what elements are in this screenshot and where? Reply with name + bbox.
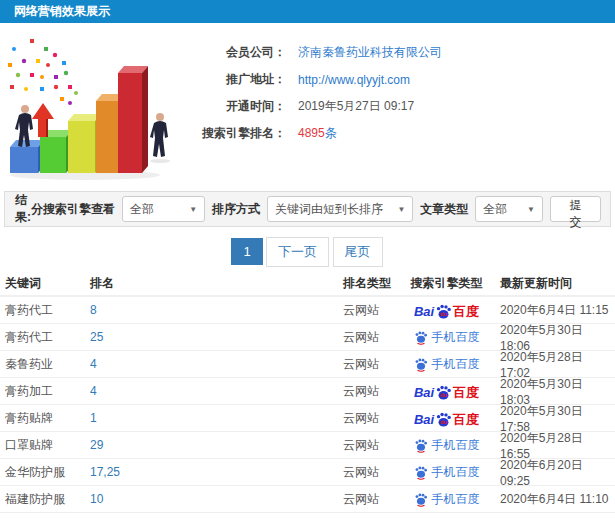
baidu-logo-bai-text: Bai — [414, 386, 434, 399]
rank-link[interactable]: 4 — [90, 384, 97, 398]
rank-count-label: 搜索引擎排名： — [178, 125, 286, 142]
rank-link[interactable]: 29 — [90, 438, 103, 452]
rank-type-cell: 云网站 — [338, 329, 398, 346]
baidu-mobile-label: 手机百度 — [432, 437, 480, 454]
table-rows: 膏药代工8云网站Baidu百度2020年6月4日 11:15膏药代工25云网站手… — [0, 297, 615, 520]
baidu-mobile-label: 手机百度 — [432, 356, 480, 373]
engine-cell: 手机百度 — [398, 437, 495, 454]
rank-cell: 8 — [85, 303, 338, 317]
confetti-dots — [8, 39, 78, 105]
rank-link[interactable]: 10 — [90, 492, 103, 506]
pagination: 1 下一页 尾页 — [0, 227, 615, 271]
engine-cell: Baidu百度 — [398, 411, 495, 426]
next-page-button[interactable]: 下一页 — [266, 237, 329, 267]
rank-count-value: 4895条 — [298, 125, 337, 142]
baidu-paw-icon: du — [435, 384, 452, 401]
engine-cell: Baidu百度 — [398, 384, 495, 399]
info-row-rank-count: 搜索引擎排名： 4895条 — [178, 120, 442, 147]
svg-text:du: du — [440, 311, 447, 317]
rank-link[interactable]: 17,25 — [90, 465, 120, 479]
sort-select-value: 关键词由短到长排序 — [275, 201, 383, 218]
baidu-mobile-label: 手机百度 — [432, 464, 480, 481]
svg-text:du: du — [440, 419, 447, 425]
growth-bar-chart-illustration — [0, 33, 178, 183]
baidu-logo-cn-text: 百度 — [453, 413, 479, 426]
baidu-pc-logo[interactable]: Baidu百度 — [414, 411, 479, 426]
engine-cell: 手机百度 — [398, 329, 495, 346]
baidu-mobile-paw-icon — [414, 492, 428, 507]
baidu-paw-icon: du — [435, 411, 452, 428]
company-link[interactable]: 济南秦鲁药业科技有限公司 — [298, 44, 442, 61]
header-engine-type: 搜索引擎类型 — [398, 275, 495, 292]
rank-cell: 25 — [85, 330, 338, 344]
keyword-cell: 膏药加工 — [0, 383, 85, 400]
last-page-button[interactable]: 尾页 — [333, 237, 383, 267]
rank-cell: 4 — [85, 357, 338, 371]
baidu-mobile-badge[interactable]: 手机百度 — [414, 491, 480, 508]
bar-red — [118, 66, 148, 173]
open-time-value: 2019年5月27日 09:17 — [298, 98, 414, 115]
table-row: 金华防护服17,25云网站手机百度2020年6月20日 09:25 — [0, 459, 615, 486]
info-row-open-time: 开通时间： 2019年5月27日 09:17 — [178, 93, 442, 120]
table-row: 口罩贴牌29云网站手机百度2020年5月28日 16:55 — [0, 432, 615, 459]
svg-text:du: du — [440, 392, 447, 398]
filter-bar: 结果: 分搜索引擎查看 全部 ▼ 排序方式 关键词由短到长排序 ▼ 文章类型 全… — [4, 191, 611, 227]
page-1-button[interactable]: 1 — [231, 238, 262, 265]
promo-url-link[interactable]: http://www.qlyyjt.com — [298, 73, 410, 87]
company-label: 会员公司： — [178, 44, 286, 61]
baidu-mobile-label: 手机百度 — [432, 491, 480, 508]
baidu-mobile-paw-icon — [414, 438, 428, 453]
rank-link[interactable]: 25 — [90, 330, 103, 344]
filter-controls: 分搜索引擎查看 全部 ▼ 排序方式 关键词由短到长排序 ▼ 文章类型 全部 ▼ … — [31, 196, 601, 222]
account-info: 会员公司： 济南秦鲁药业科技有限公司 推广地址： http://www.qlyy… — [178, 33, 442, 183]
keyword-cell: 福建防护服 — [0, 491, 85, 508]
article-type-select[interactable]: 全部 ▼ — [475, 196, 543, 222]
rank-type-cell: 云网站 — [338, 464, 398, 481]
baidu-mobile-badge[interactable]: 手机百度 — [414, 329, 480, 346]
engine-filter-label: 分搜索引擎查看 — [31, 201, 115, 218]
baidu-paw-icon: du — [435, 303, 452, 320]
page-title: 网络营销效果展示 — [14, 4, 110, 18]
engine-cell: 手机百度 — [398, 356, 495, 373]
header-rank-type: 排名类型 — [338, 275, 398, 292]
article-type-select-value: 全部 — [483, 201, 507, 218]
open-time-label: 开通时间： — [178, 98, 286, 115]
header-keyword: 关键词 — [0, 275, 85, 292]
info-row-company: 会员公司： 济南秦鲁药业科技有限公司 — [178, 39, 442, 66]
businessman-figure-right — [150, 113, 170, 163]
rank-type-cell: 云网站 — [338, 410, 398, 427]
promo-url-label: 推广地址： — [178, 71, 286, 88]
ranking-table: 关键词 排名 排名类型 搜索引擎类型 最新更新时间 膏药代工8云网站Baidu百… — [0, 271, 615, 520]
table-row: 福建防护服10云网站手机百度2020年6月4日 11:10 — [0, 486, 615, 513]
rank-cell: 4 — [85, 384, 338, 398]
header-updated: 最新更新时间 — [495, 275, 615, 292]
rank-type-cell: 云网站 — [338, 356, 398, 373]
rank-link[interactable]: 1 — [90, 411, 97, 425]
baidu-mobile-badge[interactable]: 手机百度 — [414, 356, 480, 373]
baidu-mobile-badge[interactable]: 手机百度 — [414, 464, 480, 481]
baidu-mobile-label: 手机百度 — [432, 329, 480, 346]
rank-cell: 17,25 — [85, 465, 338, 479]
engine-cell: 手机百度 — [398, 464, 495, 481]
table-row: 秦鲁药业4云网站手机百度2020年5月28日 17:02 — [0, 351, 615, 378]
baidu-mobile-paw-icon — [414, 465, 428, 480]
article-type-label: 文章类型 — [420, 201, 468, 218]
baidu-logo-bai-text: Bai — [414, 305, 434, 318]
rank-cell: 10 — [85, 492, 338, 506]
header-rank: 排名 — [85, 275, 338, 292]
engine-cell: 手机百度 — [398, 517, 495, 520]
submit-button[interactable]: 提交 — [550, 196, 601, 222]
info-row-url: 推广地址： http://www.qlyyjt.com — [178, 66, 442, 93]
rank-link[interactable]: 8 — [90, 303, 97, 317]
sort-select[interactable]: 关键词由短到长排序 ▼ — [267, 196, 413, 222]
rank-link[interactable]: 4 — [90, 357, 97, 371]
updated-cell: 2020年6月4日 11:10 — [495, 491, 615, 508]
keyword-cell: 口罩贴牌 — [0, 437, 85, 454]
baidu-mobile-badge[interactable]: 手机百度 — [414, 437, 480, 454]
rank-type-cell: 云网站 — [338, 383, 398, 400]
baidu-pc-logo[interactable]: Baidu百度 — [414, 384, 479, 399]
baidu-pc-logo[interactable]: Baidu百度 — [414, 303, 479, 318]
table-row: 膏药代工25云网站手机百度2020年5月30日 18:06 — [0, 324, 615, 351]
updated-cell: 2020年6月20日 09:25 — [495, 457, 615, 488]
engine-select[interactable]: 全部 ▼ — [122, 196, 205, 222]
